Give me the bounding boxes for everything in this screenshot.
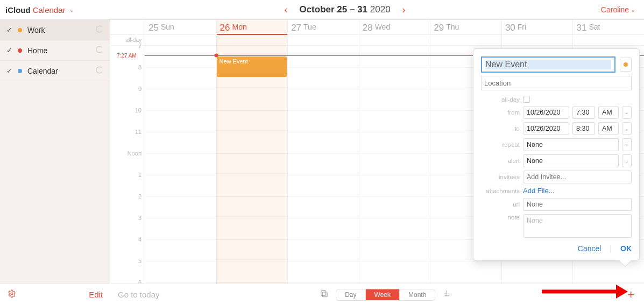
time-cell[interactable] (359, 89, 430, 110)
time-cell[interactable] (287, 46, 359, 67)
from-ampm-select[interactable]: AM (598, 106, 619, 119)
add-file-link[interactable]: Add File... (523, 187, 555, 195)
time-cell[interactable] (216, 175, 288, 196)
location-input[interactable] (481, 76, 632, 90)
time-cell[interactable] (501, 261, 573, 282)
to-ampm-select[interactable]: AM (598, 122, 619, 135)
alert-select[interactable]: None (523, 154, 619, 167)
time-cell[interactable] (359, 153, 430, 175)
share-icon[interactable] (95, 65, 104, 76)
time-cell[interactable] (216, 218, 288, 239)
list-view-icon[interactable] (320, 289, 328, 300)
time-cell[interactable] (287, 89, 359, 110)
time-cell[interactable] (359, 132, 430, 153)
day-header-thu[interactable]: 29Thu (430, 20, 501, 34)
time-cell[interactable] (145, 110, 216, 132)
to-time-input[interactable]: 8:30 (572, 122, 595, 135)
time-cell[interactable] (145, 261, 216, 282)
view-day-button[interactable]: Day (336, 289, 365, 300)
calendar-event[interactable]: New Event (217, 56, 287, 77)
day-header-wed[interactable]: 28Wed (359, 20, 430, 34)
time-cell[interactable] (216, 196, 288, 218)
time-cell[interactable] (287, 175, 359, 196)
time-cell[interactable] (287, 132, 359, 153)
time-cell[interactable] (216, 282, 288, 283)
app-switcher[interactable]: iCloud Calendar ⌄ (0, 5, 110, 15)
chevron-down-icon[interactable]: ⌄ (622, 122, 632, 135)
time-cell[interactable] (359, 175, 430, 196)
time-cell[interactable] (287, 261, 359, 282)
time-cell[interactable] (216, 132, 288, 153)
download-icon[interactable] (443, 289, 451, 300)
calendar-picker-button[interactable] (620, 58, 632, 72)
time-cell[interactable] (145, 132, 216, 153)
day-header-sun[interactable]: 25Sun (145, 20, 216, 34)
time-cell[interactable] (145, 218, 216, 239)
time-cell[interactable] (287, 196, 359, 218)
time-cell[interactable] (359, 110, 430, 132)
time-cell[interactable] (145, 175, 216, 196)
time-cell[interactable] (359, 67, 430, 89)
add-event-button[interactable]: + (627, 288, 634, 302)
time-cell[interactable] (216, 153, 288, 175)
time-cell[interactable] (287, 153, 359, 175)
time-cell[interactable] (145, 239, 216, 261)
event-title-input[interactable] (481, 56, 615, 73)
account-menu[interactable]: Caroline ⌄ (579, 5, 644, 14)
time-cell[interactable] (145, 153, 216, 175)
share-icon[interactable] (95, 45, 104, 56)
url-input[interactable] (523, 198, 632, 211)
time-cell[interactable] (145, 282, 216, 283)
time-cell[interactable] (145, 196, 216, 218)
time-cell[interactable] (145, 67, 216, 89)
time-cell[interactable] (287, 110, 359, 132)
cancel-button[interactable]: Cancel (578, 244, 601, 253)
from-time-input[interactable]: 7:30 (572, 106, 595, 119)
time-cell[interactable] (287, 67, 359, 89)
share-icon[interactable] (95, 24, 104, 36)
time-cell[interactable] (145, 46, 216, 67)
day-header-sat[interactable]: 31Sat (572, 20, 644, 34)
time-cell[interactable] (216, 110, 288, 132)
invitees-input[interactable] (523, 171, 632, 183)
gear-icon[interactable] (8, 289, 16, 300)
day-header-tue[interactable]: 27Tue (287, 20, 359, 34)
time-cell[interactable] (430, 261, 501, 282)
next-week-button[interactable]: › (400, 4, 408, 16)
time-cell[interactable] (216, 261, 288, 282)
chevron-down-icon[interactable]: ⌄ (622, 106, 632, 119)
allday-row[interactable]: all-day (110, 35, 644, 46)
chevron-down-icon[interactable]: ⌄ (622, 138, 632, 151)
view-week-button[interactable]: Week (366, 289, 400, 300)
time-cell[interactable] (287, 282, 359, 283)
allday-checkbox[interactable] (523, 96, 530, 103)
ok-button[interactable]: OK (620, 244, 632, 253)
time-cell[interactable] (501, 282, 573, 283)
time-cell[interactable] (216, 239, 288, 261)
day-header-mon[interactable]: 26Mon (216, 20, 288, 34)
time-cell[interactable] (287, 239, 359, 261)
edit-button[interactable]: Edit (89, 290, 103, 299)
time-cell[interactable] (359, 282, 430, 283)
calendar-item-calendar[interactable]: ✓ Calendar (0, 61, 110, 81)
calendar-item-work[interactable]: ✓ Work (0, 20, 110, 40)
to-date-input[interactable]: 10/26/2020 (523, 122, 569, 135)
time-cell[interactable] (359, 261, 430, 282)
from-date-input[interactable]: 10/26/2020 (523, 106, 569, 119)
chevron-down-icon[interactable]: ⌄ (622, 154, 632, 167)
time-cell[interactable] (572, 282, 644, 283)
repeat-select[interactable]: None (523, 138, 619, 151)
prev-week-button[interactable]: ‹ (282, 4, 289, 16)
note-input[interactable]: None (523, 214, 632, 238)
time-cell[interactable] (359, 196, 430, 218)
time-cell[interactable] (359, 239, 430, 261)
time-cell[interactable] (359, 46, 430, 67)
time-cell[interactable] (359, 218, 430, 239)
day-header-fri[interactable]: 30Fri (501, 20, 573, 34)
view-month-button[interactable]: Month (400, 289, 435, 300)
time-cell[interactable] (572, 261, 644, 282)
time-cell[interactable] (145, 89, 216, 110)
time-cell[interactable] (430, 282, 501, 283)
time-cell[interactable] (216, 89, 288, 110)
time-cell[interactable] (287, 218, 359, 239)
